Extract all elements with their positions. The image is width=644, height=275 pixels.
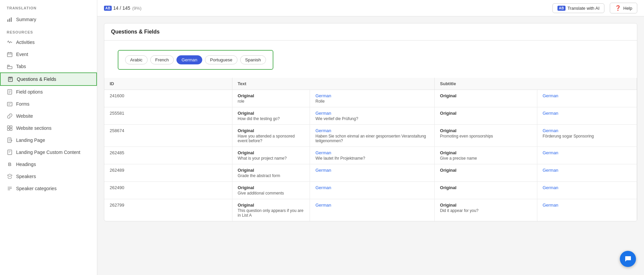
sidebar-item-website[interactable]: Website <box>0 110 97 122</box>
cell-text-german[interactable]: German <box>310 164 434 182</box>
sidebar-item-forms[interactable]: Forms <box>0 98 97 110</box>
svg-rect-12 <box>10 128 12 130</box>
event-icon <box>7 51 13 57</box>
table-row: 255581OriginalHow did the testing go?Ger… <box>104 107 637 125</box>
cell-text-original: Originalrole <box>232 90 310 107</box>
section-card: Questions & Fields Arabic French German … <box>104 23 637 221</box>
event-label: Event <box>16 52 28 57</box>
cell-subtitle-original: OriginalGive a precise name <box>434 147 537 164</box>
sidebar-item-field-options[interactable]: Field options <box>0 86 97 98</box>
cell-subtitle-german[interactable]: German <box>537 147 637 164</box>
b-icon: B <box>7 161 13 167</box>
sidebar-item-questions-fields[interactable]: Questions & Fields <box>0 72 97 86</box>
sidebar-item-summary[interactable]: Summary <box>0 13 97 25</box>
cell-text-original: OriginalThis question only appears if yo… <box>232 199 310 221</box>
cell-id: 262489 <box>104 164 232 182</box>
cell-text-original: OriginalGrade the abstract form <box>232 164 310 182</box>
col-header-subtitle: Subtitle <box>434 78 637 90</box>
landing-page-custom-label: Landing Page Custom Content <box>16 150 80 155</box>
tabs-label: Tabs <box>16 64 26 69</box>
cell-text-german[interactable]: GermanHaben Sie schon einmal an einer ge… <box>310 125 434 147</box>
cell-subtitle-german[interactable]: German <box>537 199 637 221</box>
activities-icon <box>7 39 13 45</box>
sidebar-item-event[interactable]: Event <box>0 48 97 60</box>
svg-rect-11 <box>7 128 9 130</box>
lang-tab-arabic[interactable]: Arabic <box>125 55 148 64</box>
summary-label: Summary <box>16 17 36 22</box>
cell-text-german[interactable]: GermanWie lautet Ihr Projektname? <box>310 147 434 164</box>
svg-rect-10 <box>10 126 12 128</box>
svg-rect-4 <box>7 65 9 66</box>
svg-rect-9 <box>7 126 9 128</box>
svg-rect-3 <box>7 53 12 57</box>
progress-count: 14 <box>113 5 118 11</box>
cell-subtitle-german[interactable]: German <box>537 90 637 107</box>
sidebar-item-speaker-categories[interactable]: Speaker categories <box>0 182 97 195</box>
forms-label: Forms <box>16 101 30 107</box>
translation-table: ID Text Subtitle 241600OriginalroleGerma… <box>104 78 637 221</box>
questions-fields-label: Questions & Fields <box>17 76 56 82</box>
sidebar-item-website-sections[interactable]: Website sections <box>0 122 97 134</box>
sidebar-item-landing-page[interactable]: Landing Page <box>0 134 97 146</box>
cell-id: 262490 <box>104 182 232 199</box>
chart-icon <box>7 16 13 22</box>
content-area: Questions & Fields Arabic French German … <box>97 16 644 275</box>
table-row: 241600OriginalroleGermanRolleOriginalGer… <box>104 90 637 107</box>
lang-tab-french[interactable]: French <box>150 55 174 64</box>
cell-subtitle-german[interactable]: German <box>537 107 637 125</box>
speaker-categories-label: Speaker categories <box>16 186 57 191</box>
link-icon <box>7 113 13 119</box>
col-header-text: Text <box>232 78 434 90</box>
page-icon <box>7 137 13 143</box>
language-tabs: Arabic French German Portuguese Spanish <box>118 50 273 70</box>
activities-label: Activities <box>16 40 35 45</box>
sidebar-item-landing-page-custom[interactable]: Landing Page Custom Content <box>0 146 97 158</box>
cell-text-german[interactable]: GermanWie verlief die Prüfung? <box>310 107 434 125</box>
landing-page-label: Landing Page <box>16 138 45 143</box>
progress-section: AB 14 / 145 (9%) <box>104 5 142 11</box>
cell-text-original: OriginalWhat is your project name? <box>232 147 310 164</box>
cell-text-german[interactable]: GermanRolle <box>310 90 434 107</box>
table-row: 262489OriginalGrade the abstract formGer… <box>104 164 637 182</box>
sidebar-item-activities[interactable]: Activities <box>0 36 97 48</box>
doc-icon <box>7 89 13 95</box>
translate-ai-button[interactable]: AB Translate with AI <box>552 3 604 13</box>
svg-rect-0 <box>7 19 8 22</box>
progress-separator: / <box>120 5 121 11</box>
progress-pct: (9%) <box>132 6 141 11</box>
sidebar-item-speakers[interactable]: Speakers <box>0 170 97 182</box>
lang-tab-spanish[interactable]: Spanish <box>240 55 266 64</box>
app-title: TRANSLATION <box>0 0 97 13</box>
cell-subtitle-german[interactable]: GermanFörderung sogar Sponsoring <box>537 125 637 147</box>
cell-subtitle-original: OriginalDid it appear for you? <box>434 199 537 221</box>
cell-subtitle-german[interactable]: German <box>537 182 637 199</box>
cell-subtitle-german[interactable]: German <box>537 164 637 182</box>
sidebar-item-headings[interactable]: B Headings <box>0 158 97 170</box>
sidebar-item-tabs[interactable]: Tabs <box>0 60 97 72</box>
cell-text-german[interactable]: German <box>310 182 434 199</box>
tabs-icon <box>7 63 13 69</box>
cell-text-german[interactable]: German <box>310 199 434 221</box>
cell-id: 262485 <box>104 147 232 164</box>
clipboard-icon <box>7 76 13 82</box>
help-button[interactable]: ❓ Help <box>610 3 637 13</box>
translate-ai-icon: AB <box>557 6 565 11</box>
nav-icon <box>7 185 13 191</box>
progress-total: 145 <box>122 5 130 11</box>
website-sections-label: Website sections <box>16 125 52 131</box>
cell-id: 255581 <box>104 107 232 125</box>
headings-label: Headings <box>16 162 36 167</box>
cell-id: 262799 <box>104 199 232 221</box>
cell-subtitle-original: Original <box>434 90 537 107</box>
page2-icon <box>7 149 13 155</box>
svg-rect-8 <box>7 102 12 106</box>
lang-tab-portuguese[interactable]: Portuguese <box>205 55 237 64</box>
lang-tab-german[interactable]: German <box>176 55 202 64</box>
sidebar: TRANSLATION Summary RESOURCES Activities… <box>0 0 97 275</box>
lang-tabs-wrapper: Arabic French German Portuguese Spanish <box>104 41 637 74</box>
chat-button[interactable] <box>620 251 636 267</box>
cell-text-original: OriginalHow did the testing go? <box>232 107 310 125</box>
cell-text-original: OriginalHave you attended a sponsored ev… <box>232 125 310 147</box>
translate-ai-label: Translate with AI <box>568 6 600 11</box>
cell-subtitle-original: OriginalPromoting even sponsorships <box>434 125 537 147</box>
